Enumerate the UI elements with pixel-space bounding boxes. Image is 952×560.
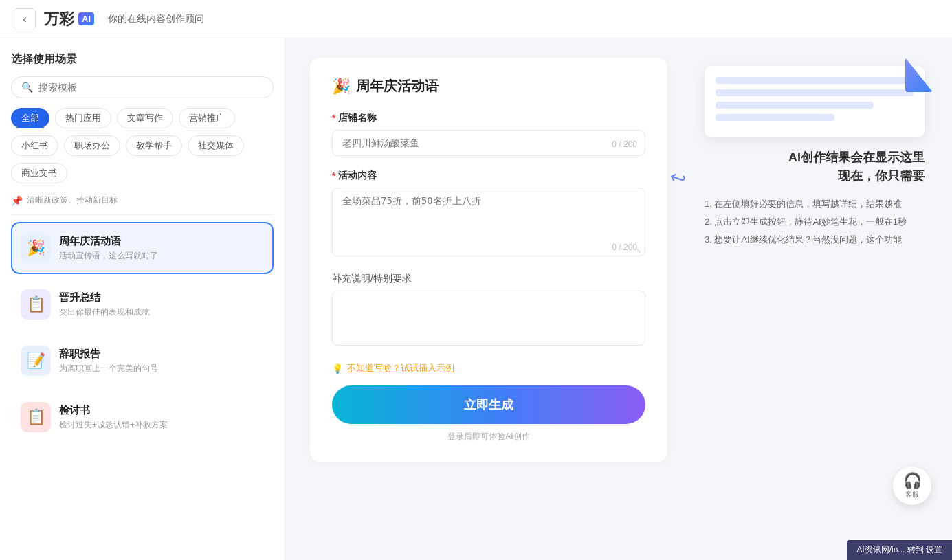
main-layout: 选择使用场景 🔍 全部 热门应用 文章写作 营销推广 小红书 职场办公 教学帮手… <box>0 38 952 560</box>
template-name-resignation: 辞职报告 <box>59 348 264 361</box>
filter-tags-row-2: 小红书 职场办公 教学帮手 社交媒体 <box>11 135 274 156</box>
customer-service-icon: 🎧 <box>903 472 922 490</box>
template-item-anniversary[interactable]: 🎉 周年庆活动语 活动宣传语，这么写就对了 <box>11 222 274 274</box>
tag-article[interactable]: 文章写作 <box>117 108 173 128</box>
shop-name-wrapper: 0 / 200 <box>332 130 645 156</box>
template-icon-resignation: 📝 <box>21 346 51 376</box>
generate-button[interactable]: 立即生成 <box>332 385 645 424</box>
template-item-promotion[interactable]: 📋 晋升总结 突出你最佳的表现和成就 <box>11 278 274 331</box>
shop-name-char-count: 0 / 200 <box>612 139 637 149</box>
generate-button-label: 立即生成 <box>464 398 513 412</box>
template-name-promotion: 晋升总结 <box>59 291 264 304</box>
illus-line-1 <box>716 77 914 84</box>
notice-icon: 📌 <box>11 195 23 206</box>
template-name-review: 检讨书 <box>59 404 264 417</box>
tag-education[interactable]: 教学帮手 <box>126 135 182 156</box>
field-supplement: 补充说明/特别要求 <box>332 273 645 348</box>
form-title-text: 周年庆活动语 <box>356 77 439 96</box>
template-icon-review: 📋 <box>21 402 51 432</box>
tag-xiaohongshu[interactable]: 小红书 <box>11 135 58 156</box>
search-box: 🔍 <box>11 76 274 98</box>
filter-tags-row-3: 商业文书 <box>11 163 274 183</box>
template-icon-promotion: 📋 <box>21 289 51 320</box>
sidebar: 选择使用场景 🔍 全部 热门应用 文章写作 营销推广 小红书 职场办公 教学帮手… <box>0 38 285 560</box>
shop-name-input[interactable] <box>332 130 645 156</box>
illus-line-3 <box>716 102 874 109</box>
filter-tags-row: 全部 热门应用 文章写作 营销推广 <box>11 108 274 128</box>
hint-icon: 💡 <box>332 363 343 374</box>
customer-service-label: 客服 <box>905 490 919 500</box>
template-desc-anniversary: 活动宣传语，这么写就对了 <box>59 250 264 262</box>
hint-text: 不知道写啥？试试插入示例 <box>347 362 454 374</box>
form-title: 🎉 周年庆活动语 <box>332 77 645 96</box>
bottom-bar: AI资讯网/in... 转到 设置 <box>847 540 952 560</box>
step-2: 2. 点击立即生成按钮，静待AI妙笔生花，一般在1秒 <box>705 213 925 231</box>
illustration-area: ↩ AI创作结果会在显示这里 现在，你只需要 1. 在左侧填好必要的信息，填写越… <box>705 66 925 249</box>
ai-caption-wrapper: ↩ AI创作结果会在显示这里 现在，你只需要 <box>705 148 925 186</box>
bottom-bar-text: AI资讯网/in... 转到 设置 <box>856 545 942 555</box>
ai-caption-line2: 现在，你只需要 <box>705 167 925 186</box>
template-icon-anniversary: 🎉 <box>21 233 51 263</box>
illustration-card <box>705 66 925 137</box>
form-card: 🎉 周年庆活动语 * 店铺名称 0 / 200 * 活动内容 <box>310 58 667 462</box>
ai-arrow-icon: ↩ <box>667 165 689 192</box>
notice-bar: 📌 清晰新政策、推动新目标 <box>11 190 274 215</box>
template-desc-resignation: 为离职画上一个完美的句号 <box>59 363 264 374</box>
logo-text: 万彩 <box>44 9 74 30</box>
search-icon: 🔍 <box>21 82 33 93</box>
required-star: * <box>332 113 335 124</box>
sidebar-title: 选择使用场景 <box>11 52 274 67</box>
logo-ai-badge: AI <box>78 12 94 25</box>
template-desc-promotion: 突出你最佳的表现和成就 <box>59 306 264 318</box>
field-shop-name: * 店铺名称 0 / 200 <box>332 112 645 156</box>
illus-line-4 <box>716 114 834 121</box>
login-hint: 登录后即可体验AI创作 <box>332 431 645 443</box>
customer-service-button[interactable]: 🎧 客服 <box>893 467 931 505</box>
notice-text: 清晰新政策、推动新目标 <box>27 194 118 206</box>
template-item-resignation[interactable]: 📝 辞职报告 为离职画上一个完美的句号 <box>11 335 274 387</box>
ai-caption: AI创作结果会在显示这里 现在，你只需要 <box>705 148 925 186</box>
resize-handle[interactable]: ⤡ <box>634 245 641 255</box>
step-3: 3. 想要让AI继续优化结果？当然没问题，这个功能 <box>705 231 925 249</box>
back-button[interactable]: ‹ <box>14 8 36 30</box>
activity-wrapper: 0 / 200 ⤡ <box>332 188 645 259</box>
tag-hot[interactable]: 热门应用 <box>55 108 111 128</box>
logo-area: 万彩 AI <box>44 9 94 30</box>
tag-social[interactable]: 社交媒体 <box>188 135 244 156</box>
steps-list: 1. 在左侧填好必要的信息，填写越详细，结果越准 2. 点击立即生成按钮，静待A… <box>705 195 925 249</box>
template-desc-review: 检讨过失+诚恳认错+补救方案 <box>59 419 264 431</box>
content-area: 🎉 周年庆活动语 * 店铺名称 0 / 200 * 活动内容 <box>285 38 952 560</box>
supplement-textarea[interactable] <box>332 291 645 346</box>
label-text-activity: 活动内容 <box>338 170 377 182</box>
field-activity: * 活动内容 0 / 200 ⤡ <box>332 170 645 259</box>
app-header: ‹ 万彩 AI 你的在线内容创作顾问 <box>0 0 952 38</box>
template-item-review[interactable]: 📋 检讨书 检讨过失+诚恳认错+补救方案 <box>11 391 274 443</box>
supplement-label: 补充说明/特别要求 <box>332 273 645 285</box>
step-1: 1. 在左侧填好必要的信息，填写越详细，结果越准 <box>705 195 925 213</box>
form-title-icon: 🎉 <box>332 78 351 96</box>
label-text-shop: 店铺名称 <box>338 112 377 124</box>
hint-row[interactable]: 💡 不知道写啥？试试插入示例 <box>332 362 645 374</box>
field-label-shop: * 店铺名称 <box>332 112 645 124</box>
tag-all[interactable]: 全部 <box>11 108 49 128</box>
tag-marketing[interactable]: 营销推广 <box>179 108 235 128</box>
search-input[interactable] <box>38 82 263 93</box>
illus-line-2 <box>716 89 914 96</box>
required-star-2: * <box>332 170 335 181</box>
tag-business[interactable]: 商业文书 <box>11 163 67 183</box>
header-subtitle: 你的在线内容创作顾问 <box>108 13 204 25</box>
activity-char-count: 0 / 200 <box>612 243 637 252</box>
ai-caption-line1: AI创作结果会在显示这里 <box>705 148 925 167</box>
template-name-anniversary: 周年庆活动语 <box>59 235 264 248</box>
tag-office[interactable]: 职场办公 <box>64 135 120 156</box>
activity-textarea[interactable] <box>332 188 645 256</box>
illus-corner-decor <box>905 58 933 92</box>
field-label-activity: * 活动内容 <box>332 170 645 182</box>
